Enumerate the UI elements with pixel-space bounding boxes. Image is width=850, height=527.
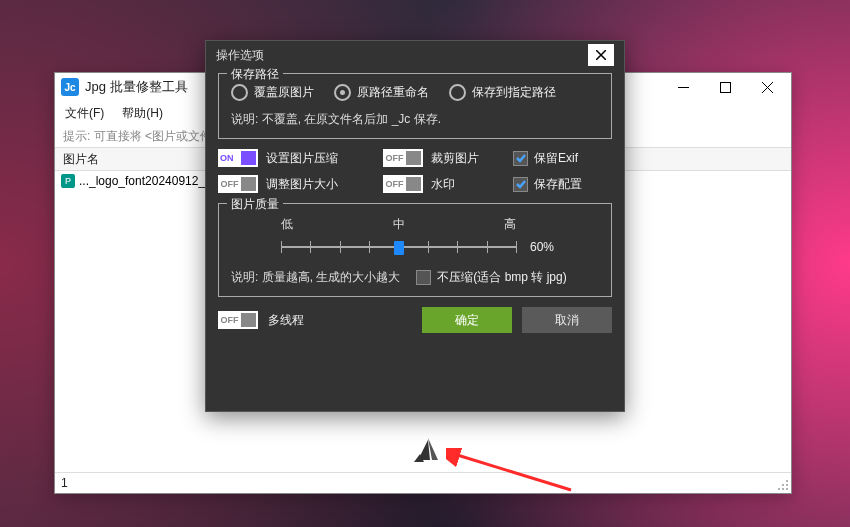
toggle-label: 设置图片压缩: [266, 150, 338, 167]
group-legend: 保存路径: [227, 66, 283, 83]
radio-custom-path[interactable]: 保存到指定路径: [449, 84, 556, 101]
svg-rect-0: [720, 82, 730, 92]
dialog-titlebar: 操作选项: [206, 41, 624, 69]
menu-file[interactable]: 文件(F): [65, 105, 104, 122]
group-legend: 图片质量: [227, 196, 283, 213]
dialog-title: 操作选项: [216, 47, 588, 64]
toggle-label: 多线程: [268, 312, 304, 329]
toggle-crop[interactable]: OFF: [383, 149, 423, 167]
svg-point-4: [782, 484, 784, 486]
file-name: ..._logo_font20240912_...: [79, 174, 215, 188]
maximize-button[interactable]: [707, 73, 743, 101]
toggle-compress[interactable]: ON: [218, 149, 258, 167]
svg-line-11: [454, 454, 571, 490]
app-logo-icon: [408, 430, 448, 466]
radio-rename[interactable]: 原路径重命名: [334, 84, 429, 101]
toggle-multithread[interactable]: OFF: [218, 311, 258, 329]
toggle-label: 调整图片大小: [266, 176, 338, 193]
file-type-icon: P: [61, 174, 75, 188]
radio-overwrite[interactable]: 覆盖原图片: [231, 84, 314, 101]
dialog-close-button[interactable]: [588, 44, 614, 66]
toggle-label: 水印: [431, 176, 455, 193]
annotation-arrow-icon: [446, 448, 576, 498]
group-save-path: 保存路径 覆盖原图片 原路径重命名 保存到指定路径 说明: 不覆盖, 在原文件名…: [218, 73, 612, 139]
close-button[interactable]: [749, 73, 785, 101]
checkbox-keep-exif[interactable]: 保留Exif: [513, 150, 578, 167]
toggle-resize[interactable]: OFF: [218, 175, 258, 193]
checkbox-icon: [416, 270, 431, 285]
group-quality: 图片质量 低 中 高 60% 说明: 质量越高, 生成的大小越大 不压缩(适合 …: [218, 203, 612, 297]
radio-icon: [449, 84, 466, 101]
resize-grip-icon[interactable]: [777, 479, 789, 491]
checkbox-icon: [513, 177, 528, 192]
slider-thumb[interactable]: [394, 241, 404, 255]
options-dialog: 操作选项 保存路径 覆盖原图片 原路径重命名 保存到指定路径: [205, 40, 625, 412]
minimize-button[interactable]: [665, 73, 701, 101]
radio-icon: [334, 84, 351, 101]
status-count: 1: [61, 476, 68, 490]
checkbox-no-compress[interactable]: 不压缩(适合 bmp 转 jpg): [416, 269, 566, 286]
toggle-label: 裁剪图片: [431, 150, 479, 167]
svg-point-3: [786, 488, 788, 490]
radio-icon: [231, 84, 248, 101]
slider-marks: 低 中 高: [281, 216, 516, 233]
save-path-desc: 说明: 不覆盖, 在原文件名后加 _Jc 保存.: [231, 111, 599, 128]
checkbox-icon: [513, 151, 528, 166]
status-bar: 1: [55, 472, 791, 493]
menu-help[interactable]: 帮助(H): [122, 105, 163, 122]
toggle-watermark[interactable]: OFF: [383, 175, 423, 193]
quality-readout: 60%: [530, 240, 554, 254]
ok-button[interactable]: 确定: [422, 307, 512, 333]
svg-point-5: [782, 488, 784, 490]
checkbox-save-config[interactable]: 保存配置: [513, 176, 582, 193]
quality-slider[interactable]: [281, 237, 516, 257]
svg-point-6: [778, 488, 780, 490]
svg-point-2: [786, 484, 788, 486]
quality-desc: 说明: 质量越高, 生成的大小越大: [231, 269, 400, 286]
svg-point-1: [786, 480, 788, 482]
options-toggles: ON 设置图片压缩 OFF 裁剪图片 保留Exif OFF 调整图片大小 OFF…: [218, 149, 618, 193]
cancel-button[interactable]: 取消: [522, 307, 612, 333]
app-icon: Jc: [61, 78, 79, 96]
